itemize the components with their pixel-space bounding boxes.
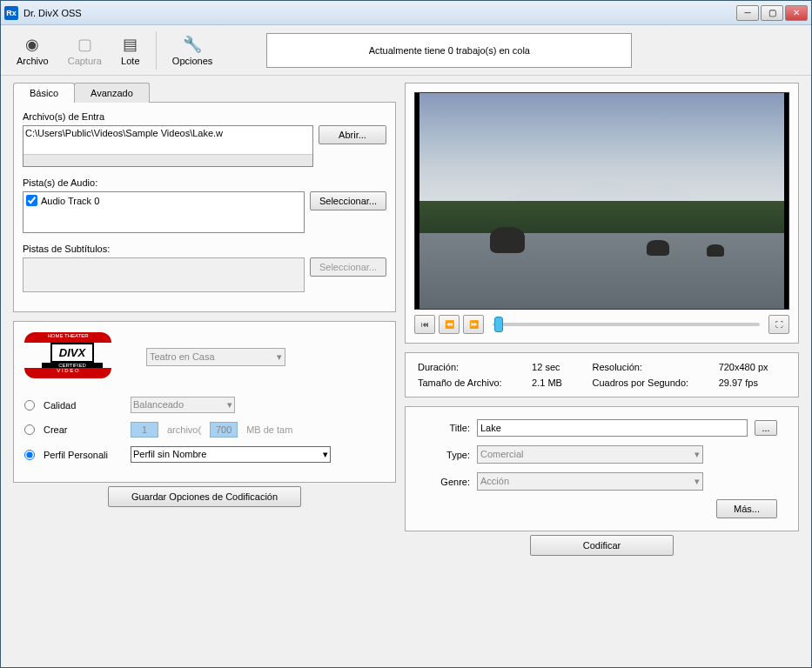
audio-track-name: Audio Track 0 — [41, 196, 99, 206]
create-mid-text: archivo( — [167, 424, 201, 435]
filesize-label: Tamaño de Archivo: — [418, 377, 520, 388]
profile-panel: HOME THEATER DIVX CERTIFIED V I D E O Te… — [13, 321, 396, 483]
queue-status: Actualmente tiene 0 trabajo(s) en cola — [266, 33, 632, 68]
toolbar-lote[interactable]: ▤ Lote — [112, 31, 149, 70]
film-reel-icon: ◉ — [23, 35, 42, 54]
custom-profile-label: Perfil Personali — [44, 450, 122, 460]
prev-frame-button[interactable]: ⏪ — [439, 315, 460, 334]
quality-label: Calidad — [44, 400, 122, 411]
filesize-value: 2.1 MB — [532, 377, 580, 388]
chevron-down-icon: ▾ — [277, 351, 282, 363]
preview-panel: ⏮ ⏪ ⏩ ⛶ — [405, 83, 799, 344]
fps-value: 29.97 fps — [719, 377, 786, 388]
preview-ground — [419, 201, 784, 233]
audio-tracks-group: Pista(s) de Audio: Audio Track 0 Selecci… — [23, 177, 386, 233]
close-button[interactable]: ✕ — [785, 5, 808, 21]
app-window: Rx Dr. DivX OSS ─ ▢ ✕ ◉ Archivo ▢ Captur… — [0, 0, 812, 668]
logo-top: HOME THEATER — [24, 332, 111, 343]
wrench-icon: 🔧 — [183, 35, 202, 54]
logo-bottom: V I D E O — [24, 368, 111, 378]
encode-button[interactable]: Codificar — [530, 535, 674, 556]
preview-rock — [707, 244, 724, 257]
quality-select: Balanceado ▾ — [131, 397, 235, 413]
toolbar-label: Lote — [121, 56, 139, 66]
custom-profile-radio[interactable] — [24, 450, 35, 460]
file-size-input: 700 — [210, 422, 238, 438]
input-files-label: Archivo(s) de Entra — [23, 111, 386, 122]
maximize-button[interactable]: ▢ — [761, 5, 783, 21]
custom-profile-row: Perfil Personali Perfil sin Nombre ▾ — [24, 446, 385, 463]
chevron-down-icon: ▾ — [227, 399, 232, 411]
preview-rock — [647, 240, 669, 256]
tab-basico[interactable]: Básico — [13, 83, 75, 103]
divx-logo: HOME THEATER DIVX CERTIFIED V I D E O — [24, 332, 120, 381]
tv-icon: ▢ — [75, 35, 94, 54]
toolbar-label: Opciones — [172, 56, 212, 66]
audio-track-checkbox[interactable] — [26, 195, 37, 206]
title-label: Title: — [426, 423, 470, 433]
subtitle-tracks-group: Pistas de Subtítulos: Seleccionar... — [23, 244, 386, 292]
batch-icon: ▤ — [121, 35, 140, 54]
audio-label: Pista(s) de Audio: — [23, 177, 386, 188]
audio-track-item[interactable]: Audio Track 0 — [26, 195, 301, 206]
quality-radio[interactable] — [24, 400, 35, 411]
toolbar-opciones[interactable]: 🔧 Opciones — [164, 31, 221, 70]
toolbar-label: Captura — [68, 56, 102, 66]
duration-value: 12 sec — [532, 362, 580, 372]
create-suffix-text: MB de tam — [246, 424, 292, 435]
file-count-input: 1 — [131, 422, 158, 438]
left-column: Básico Avanzado Archivo(s) de Entra C:\U… — [13, 83, 396, 551]
preset-select: Teatro en Casa ▾ — [146, 348, 285, 366]
resolution-label: Resolución: — [592, 362, 706, 372]
title-input[interactable] — [477, 419, 748, 437]
toolbar-captura: ▢ Captura — [59, 31, 111, 70]
toolbar-archivo[interactable]: ◉ Archivo — [8, 31, 57, 70]
create-row: Crear 1 archivo( 700 MB de tam — [24, 422, 385, 438]
subtitle-tracks-list — [23, 257, 305, 292]
playback-controls: ⏮ ⏪ ⏩ ⛶ — [414, 315, 789, 334]
toolbar: ◉ Archivo ▢ Captura ▤ Lote 🔧 Opciones Ac… — [1, 25, 811, 76]
tab-avanzado[interactable]: Avanzado — [74, 83, 150, 103]
resolution-value: 720x480 px — [719, 362, 786, 372]
select-subtitle-button: Seleccionar... — [310, 257, 386, 277]
seek-thumb[interactable] — [494, 317, 503, 332]
logo-mid: DIVX — [50, 343, 94, 363]
metadata-panel: Title: ... Type: Comercial ▾ Genre: Acci… — [405, 406, 799, 531]
separator — [156, 31, 157, 70]
preview-rock — [490, 227, 525, 253]
video-info-panel: Duración: 12 sec Resolución: 720x480 px … — [405, 352, 799, 397]
toolbar-label: Archivo — [17, 56, 49, 66]
custom-profile-value: Perfil sin Nombre — [133, 449, 206, 460]
quality-row: Calidad Balanceado ▾ — [24, 397, 385, 413]
input-files-group: Archivo(s) de Entra C:\Users\Public\Vide… — [23, 111, 386, 167]
titlebar: Rx Dr. DivX OSS ─ ▢ ✕ — [1, 1, 811, 25]
seek-slider[interactable] — [493, 323, 760, 326]
minimize-button[interactable]: ─ — [736, 5, 759, 21]
main-area: Básico Avanzado Archivo(s) de Entra C:\U… — [1, 76, 811, 558]
skip-start-button[interactable]: ⏮ — [414, 315, 435, 334]
create-label: Crear — [44, 424, 122, 435]
type-label: Type: — [426, 450, 470, 460]
type-value: Comercial — [480, 449, 524, 460]
quality-value: Balanceado — [133, 399, 184, 411]
create-radio[interactable] — [24, 424, 35, 435]
fullscreen-button[interactable]: ⛶ — [768, 315, 789, 334]
chevron-down-icon: ▾ — [695, 449, 700, 460]
file-path: C:\Users\Public\Videos\Sample Videos\Lak… — [25, 128, 223, 138]
input-files-list[interactable]: C:\Users\Public\Videos\Sample Videos\Lak… — [23, 125, 313, 167]
custom-profile-select[interactable]: Perfil sin Nombre ▾ — [131, 446, 331, 463]
select-audio-button[interactable]: Seleccionar... — [310, 191, 386, 210]
audio-tracks-list[interactable]: Audio Track 0 — [23, 191, 305, 233]
next-frame-button[interactable]: ⏩ — [463, 315, 484, 334]
more-metadata-button[interactable]: Más... — [716, 499, 777, 518]
open-button[interactable]: Abrir... — [319, 125, 386, 144]
video-preview — [414, 92, 789, 310]
preset-value: Teatro en Casa — [150, 351, 215, 362]
title-browse-button[interactable]: ... — [755, 420, 777, 436]
scrollbar[interactable] — [23, 154, 312, 166]
preview-water — [419, 233, 784, 309]
genre-value: Acción — [480, 476, 509, 487]
save-encoding-options-button[interactable]: Guardar Opciones de Codificación — [108, 486, 301, 507]
genre-select[interactable]: Acción ▾ — [477, 472, 703, 491]
type-select[interactable]: Comercial ▾ — [477, 445, 703, 464]
